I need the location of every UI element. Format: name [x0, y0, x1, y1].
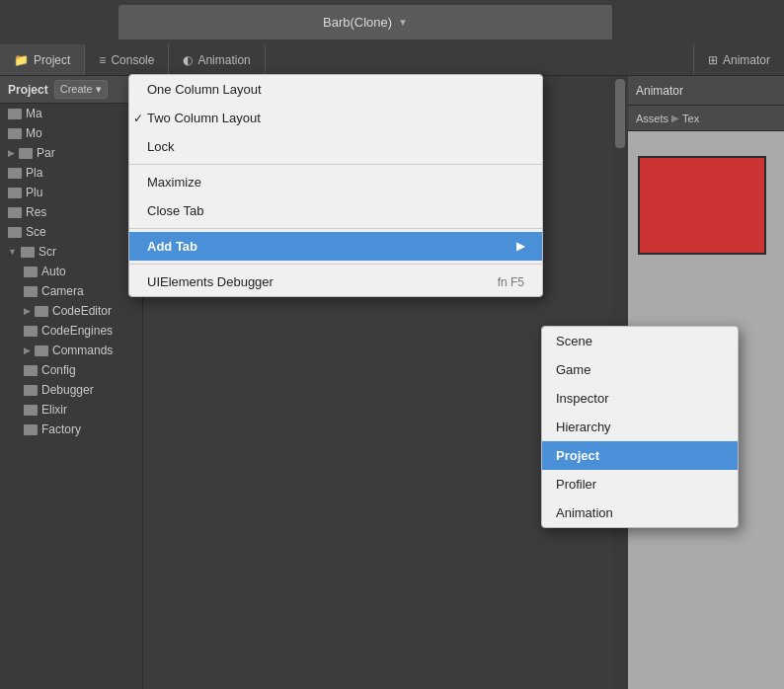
- submenu-item-scene[interactable]: Scene: [542, 327, 738, 355]
- folder-icon: [24, 326, 38, 337]
- checkmark-icon: ✓: [133, 112, 143, 125]
- menu-item-maximize[interactable]: Maximize: [129, 168, 542, 196]
- folder-icon: [24, 385, 38, 396]
- list-item-label: Pla: [26, 166, 42, 180]
- list-sub-item[interactable]: ▶ CodeEditor: [0, 301, 142, 321]
- list-item-label: Commands: [52, 344, 113, 357]
- tab-console[interactable]: ≡ Console: [85, 44, 169, 75]
- list-sub-item[interactable]: Config: [0, 360, 142, 380]
- folder-icon: [8, 207, 22, 218]
- menu-item-label: Two Column Layout: [147, 111, 261, 125]
- barb-clone-label: Barb(Clone): [323, 15, 392, 30]
- shortcut-label: fn F5: [498, 275, 524, 289]
- arrow-down-icon: ▼: [8, 247, 17, 257]
- list-sub-item[interactable]: Factory: [0, 420, 142, 439]
- list-item[interactable]: Sce: [0, 222, 142, 242]
- submenu-item-label: Game: [556, 362, 590, 377]
- menu-item-close-tab[interactable]: Close Tab: [129, 196, 542, 225]
- top-bar: Barb(Clone) ▼: [0, 0, 784, 44]
- context-menu: One Column Layout ✓ Two Column Layout Lo…: [128, 74, 543, 297]
- barb-dropdown-arrow[interactable]: ▼: [398, 17, 408, 28]
- assets-breadcrumb: Assets ▶ Tex: [628, 106, 784, 131]
- list-item-expanded[interactable]: ▼ Scr: [0, 242, 142, 262]
- barb-clone-bar: Barb(Clone) ▼: [118, 5, 612, 39]
- tab-animation[interactable]: ◐ Animation: [169, 44, 265, 75]
- list-sub-item[interactable]: Auto: [0, 262, 142, 281]
- folder-icon: [8, 128, 22, 139]
- tab-project[interactable]: 📁 Project: [0, 44, 85, 75]
- tex-label: Tex: [682, 113, 699, 124]
- arrow-icon: ▶: [8, 148, 15, 158]
- folder-icon: [19, 148, 33, 159]
- animation-tab-label: Animation: [197, 53, 250, 67]
- list-item[interactable]: Plu: [0, 183, 142, 202]
- list-item-label: Par: [37, 146, 55, 160]
- list-item-label: Scr: [39, 245, 56, 259]
- list-sub-item[interactable]: CodeEngines: [0, 321, 142, 341]
- submenu-item-label: Scene: [556, 334, 592, 348]
- menu-item-one-column[interactable]: One Column Layout: [129, 75, 542, 104]
- folder-icon: [24, 286, 38, 297]
- submenu-item-game[interactable]: Game: [542, 355, 738, 384]
- folder-icon: [24, 365, 38, 376]
- list-sub-item[interactable]: Elixir: [0, 400, 142, 420]
- folder-icon: [8, 168, 22, 179]
- list-item-label: Plu: [26, 186, 42, 199]
- create-button[interactable]: Create ▾: [54, 80, 108, 99]
- tab-animator[interactable]: ⊞ Animator: [693, 44, 784, 75]
- submenu-item-label: Profiler: [556, 477, 596, 492]
- list-item-label: Auto: [41, 265, 66, 278]
- submenu: Scene Game Inspector Hierarchy Project P…: [541, 326, 739, 528]
- submenu-item-inspector[interactable]: Inspector: [542, 384, 738, 413]
- list-item-label: Config: [41, 363, 76, 377]
- submenu-item-project[interactable]: Project: [542, 441, 738, 470]
- animator-label: Animator: [636, 84, 683, 98]
- menu-item-label: Add Tab: [147, 239, 197, 254]
- breadcrumb-chevron: ▶: [671, 113, 679, 123]
- project-tab-label: Project: [34, 53, 70, 67]
- submenu-item-profiler[interactable]: Profiler: [542, 470, 738, 498]
- project-panel-header: Project Create ▾: [0, 76, 142, 104]
- animator-tab-icon: ⊞: [708, 53, 718, 67]
- assets-label: Assets: [636, 113, 668, 124]
- arrow-icon: ▶: [24, 306, 31, 316]
- menu-separator-2: [129, 228, 542, 229]
- project-tab-icon: 📁: [14, 53, 29, 67]
- list-item-label: Camera: [41, 284, 84, 298]
- list-item[interactable]: ▶ Par: [0, 143, 142, 163]
- submenu-arrow-icon: ▶: [516, 240, 524, 253]
- folder-icon: [24, 424, 38, 435]
- console-tab-label: Console: [111, 53, 154, 67]
- list-item-label: Factory: [41, 422, 81, 436]
- project-list: Ma Mo ▶ Par Pla Plu Res Sce ▼: [0, 104, 142, 439]
- submenu-item-label: Inspector: [556, 391, 608, 406]
- project-panel-title: Project: [8, 83, 48, 97]
- list-sub-item[interactable]: ▶ Commands: [0, 341, 142, 360]
- menu-item-add-tab[interactable]: Add Tab ▶: [129, 232, 542, 261]
- list-item[interactable]: Mo: [0, 123, 142, 143]
- list-item[interactable]: Res: [0, 202, 142, 222]
- list-sub-item[interactable]: Debugger: [0, 380, 142, 400]
- scrollbar-thumb[interactable]: [615, 79, 625, 148]
- submenu-item-hierarchy[interactable]: Hierarchy: [542, 413, 738, 441]
- menu-item-label: Lock: [147, 139, 174, 154]
- folder-icon: [24, 267, 38, 277]
- list-item-label: Debugger: [41, 383, 94, 397]
- submenu-item-label: Hierarchy: [556, 420, 611, 434]
- menu-item-lock[interactable]: Lock: [129, 132, 542, 161]
- list-item-label: CodeEngines: [41, 324, 113, 338]
- list-item[interactable]: Pla: [0, 163, 142, 183]
- menu-item-uielements[interactable]: UIElements Debugger fn F5: [129, 268, 542, 296]
- animator-tab-label: Animator: [723, 53, 770, 67]
- menu-item-label: Close Tab: [147, 203, 204, 218]
- list-item-label: Mo: [26, 126, 42, 140]
- project-panel: Project Create ▾ Ma Mo ▶ Par Pla Plu Res: [0, 76, 143, 689]
- list-sub-item[interactable]: Camera: [0, 281, 142, 301]
- menu-separator: [129, 164, 542, 165]
- list-item-label: Elixir: [41, 403, 67, 417]
- arrow-icon: ▶: [24, 345, 31, 355]
- animator-header: Animator: [628, 76, 784, 106]
- list-item[interactable]: Ma: [0, 104, 142, 123]
- menu-item-two-column[interactable]: ✓ Two Column Layout: [129, 104, 542, 132]
- submenu-item-animation[interactable]: Animation: [542, 498, 738, 527]
